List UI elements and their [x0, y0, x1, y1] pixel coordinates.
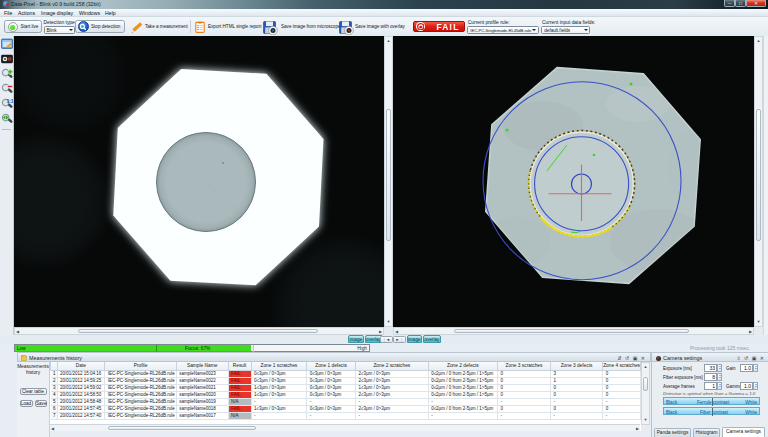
svg-text:1:1: 1:1 — [6, 98, 13, 104]
